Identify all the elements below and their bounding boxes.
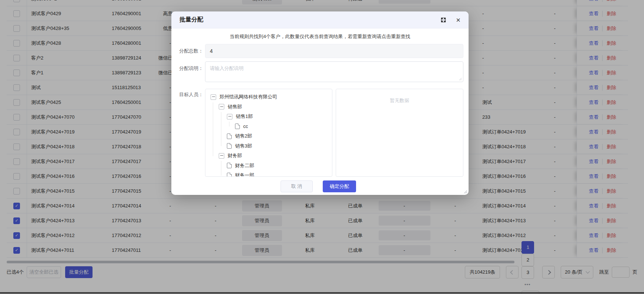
empty-state-text: 暂无数据 (336, 97, 463, 104)
result-notice: 当前规则共找到4个客户，此数量仅代表当前查询结果，若需重新查询请点击重新查找 (171, 33, 469, 40)
file-icon (227, 173, 232, 177)
tree-node[interactable]: 销售1部 (205, 112, 332, 122)
assign-description-textarea[interactable]: 请输入分配说明 (205, 61, 463, 82)
tree-node[interactable]: 财务二部 (205, 161, 332, 171)
total-count-input[interactable]: 4 (205, 44, 463, 58)
fullscreen-icon[interactable] (440, 17, 446, 23)
tree-node[interactable]: 财务部 (205, 151, 332, 161)
desc-field-label: 分配说明： (171, 61, 203, 72)
tree-node-label: 销售1部 (236, 113, 253, 120)
tree-node-label: 销售部 (228, 104, 242, 110)
target-field-label: 目标人员： (171, 89, 203, 98)
total-field-label: 分配总数： (171, 44, 203, 58)
tree-node-label: 销售3部 (235, 143, 252, 149)
total-count-value: 4 (210, 48, 213, 54)
resize-handle-icon[interactable] (459, 77, 462, 81)
file-icon (227, 143, 232, 149)
cancel-button[interactable]: 取 消 (281, 180, 313, 192)
tree-indent-guide (221, 112, 221, 146)
modal-resize-handle[interactable] (463, 190, 467, 193)
tree-indent-guide (213, 102, 213, 156)
batch-assign-modal: 批量分配 × 当前规则共找到4个客户，此数量仅代表当前查询结果，若需重新查询请点… (171, 11, 469, 195)
tree-node[interactable]: 销售3部 (205, 141, 332, 151)
selected-members-panel: 暂无数据 (336, 89, 463, 177)
tree-node[interactable]: 销售2部 (205, 131, 332, 141)
tree-node[interactable]: 郑州恺讯网络科技有限公司 (205, 92, 332, 102)
file-icon (227, 134, 232, 139)
tree-node-label: cc (243, 124, 248, 129)
tree-node-label: 郑州恺讯网络科技有限公司 (219, 94, 277, 100)
tree-node-label: 财务二部 (235, 162, 254, 169)
file-icon (227, 163, 232, 168)
modal-header: 批量分配 × (171, 11, 469, 28)
collapse-icon[interactable] (219, 104, 224, 109)
tree-node[interactable]: 财务一部 (205, 170, 332, 177)
app-window: 测试0506+217605060001--测试 test私库待跟进--查看│删除… (0, 0, 644, 294)
tree-node[interactable]: cc (205, 122, 332, 132)
confirm-assign-button[interactable]: 确定分配 (323, 180, 356, 192)
tree-node-label: 财务部 (228, 152, 242, 159)
file-icon (235, 124, 240, 129)
org-tree-panel: 郑州恺讯网络科技有限公司销售部销售1部cc销售2部销售3部财务部财务二部财务一部 (205, 89, 332, 177)
collapse-icon[interactable] (211, 94, 216, 100)
collapse-icon[interactable] (219, 153, 224, 159)
tree-node-label: 财务一部 (235, 172, 254, 177)
tree-indent-guide (221, 161, 221, 176)
tree-node-label: 销售2部 (235, 133, 252, 139)
textarea-placeholder: 请输入分配说明 (210, 65, 244, 71)
tree-indent-guide (229, 122, 229, 126)
close-icon[interactable]: × (456, 17, 460, 23)
modal-title: 批量分配 (180, 16, 431, 24)
tree-node[interactable]: 销售部 (205, 102, 332, 112)
collapse-icon[interactable] (227, 114, 232, 119)
